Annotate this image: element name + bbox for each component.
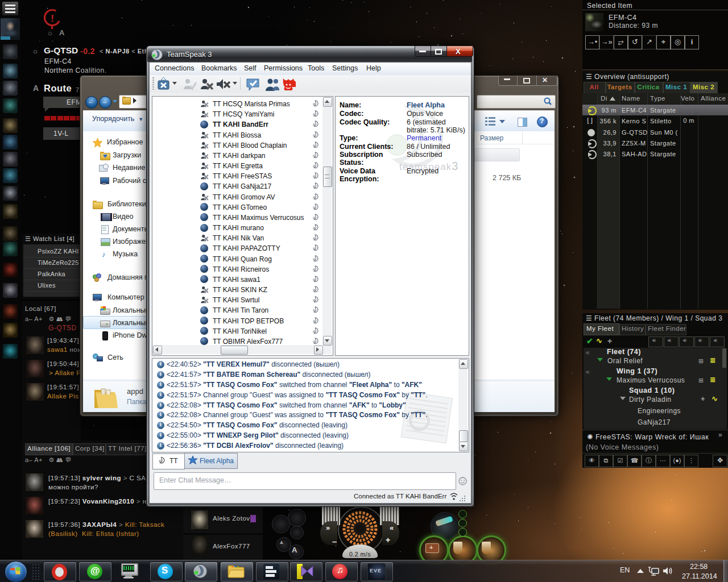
svg-text:!: ! [51, 13, 54, 24]
